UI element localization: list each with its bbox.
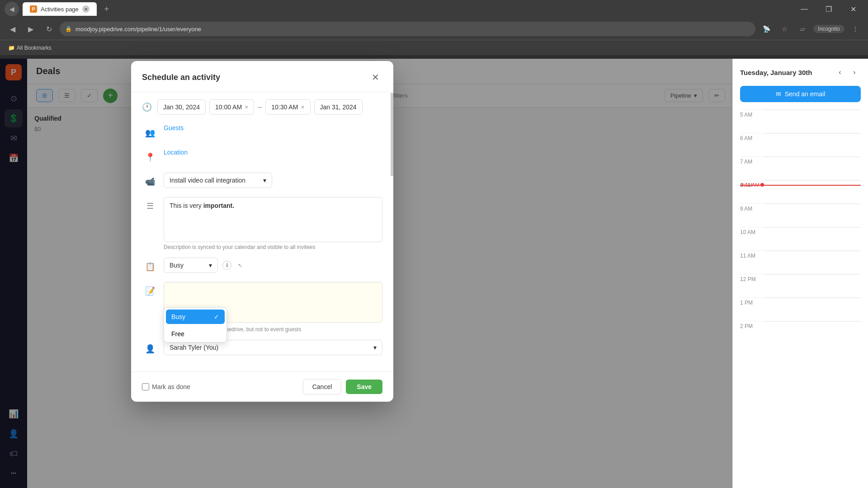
time-slot-1pm: 1 PM (740, 297, 861, 321)
status-chevron-icon: ▾ (209, 262, 212, 269)
guests-icon: 👥 (142, 125, 158, 141)
video-call-row: 📹 Install video call integration ▾ (142, 173, 382, 190)
notes-icon: 📝 (142, 283, 158, 299)
video-call-icon: 📹 (142, 174, 158, 190)
start-date-chip[interactable]: Jan 30, 2024 (157, 99, 206, 115)
close-window-button[interactable]: ✕ (843, 2, 863, 16)
menu-button[interactable]: ⋮ (848, 22, 863, 36)
restore-button[interactable]: ❐ (818, 2, 839, 16)
tab-close-btn[interactable]: ✕ (82, 5, 90, 13)
start-time-clear-btn[interactable]: × (245, 103, 248, 111)
guests-link[interactable]: Guests (164, 124, 184, 131)
video-call-dropdown[interactable]: Install video call integration ▾ (164, 173, 272, 188)
current-time-dot (760, 183, 764, 187)
calendar-prev-btn[interactable]: ‹ (834, 66, 846, 79)
modal-header: Schedule an activity ✕ (131, 61, 393, 92)
guests-row: 👥 Guests (142, 124, 382, 141)
tab-title: Activities page (41, 6, 79, 13)
back-nav-button[interactable]: ◀ (5, 22, 20, 36)
time-slot-10am: 10 AM (740, 227, 861, 250)
time-separator: – (258, 103, 262, 111)
guests-content: Guests (164, 124, 382, 132)
status-value: Busy (170, 262, 184, 269)
end-date-chip[interactable]: Jan 31, 2024 (314, 99, 363, 115)
status-option-busy[interactable]: Busy ✓ (166, 310, 225, 324)
modal-close-button[interactable]: ✕ (368, 70, 382, 84)
mark-as-done-checkbox[interactable]: Mark as done (142, 383, 190, 390)
ssl-lock-icon: 🔒 (65, 26, 72, 32)
bookmarks-folder[interactable]: 📁 All Bookmarks (5, 44, 54, 52)
status-dropdown-btn[interactable]: Busy ▾ (164, 258, 218, 273)
modal-footer: Mark as done Cancel Save (131, 371, 393, 402)
location-icon: 📍 (142, 149, 158, 165)
incognito-badge: Incognito (813, 25, 844, 33)
status-row: 📋 Busy ▾ ℹ ↖ (142, 258, 382, 275)
start-time-chip[interactable]: 10:00 AM × (209, 99, 254, 115)
bookmarks-folder-label: All Bookmarks (17, 45, 52, 51)
location-link[interactable]: Location (164, 149, 188, 156)
cast-button[interactable]: 📡 (759, 22, 774, 36)
time-slot-6am: 6 AM (740, 133, 861, 156)
time-slot-11am: 11 AM (740, 250, 861, 274)
time-slots: 5 AM 6 AM 7 AM 8 AM 8:11 AM 9 (740, 109, 861, 344)
time-slot-7am: 7 AM (740, 156, 861, 180)
time-label-5am: 5 AM (740, 110, 760, 118)
sidebar-panel-button[interactable]: ▱ (795, 22, 810, 36)
forward-nav-button[interactable]: ▶ (24, 22, 38, 36)
mark-done-input[interactable] (142, 383, 149, 390)
time-label-2pm: 2 PM (740, 321, 760, 329)
send-email-icon: ✉ (776, 90, 781, 98)
modal-title: Schedule an activity (142, 73, 220, 82)
end-time-clear-btn[interactable]: × (301, 103, 304, 111)
status-info-icon[interactable]: ℹ (222, 261, 231, 270)
assignee-value: Sarah Tyler (You) (170, 344, 218, 351)
description-row: ☰ This is very important. Description is… (142, 197, 382, 250)
folder-icon: 📁 (8, 45, 15, 51)
time-label-10am: 10 AM (740, 227, 760, 235)
bookmark-button[interactable]: ☆ (777, 22, 792, 36)
video-call-content: Install video call integration ▾ (164, 173, 382, 188)
status-content: Busy ▾ ℹ ↖ (164, 258, 382, 275)
address-bar[interactable]: 🔒 moodjoy.pipedrive.com/pipeline/1/user/… (60, 22, 755, 36)
current-time-label: 8:11 AM (741, 182, 759, 188)
busy-check-icon: ✓ (214, 313, 219, 320)
end-time-chip[interactable]: 10:30 AM × (265, 99, 310, 115)
send-email-button[interactable]: ✉ Send an email (740, 86, 861, 102)
end-date-value: Jan 31, 2024 (320, 103, 357, 111)
cancel-button[interactable]: Cancel (303, 379, 342, 394)
assignee-chevron-icon: ▾ (373, 344, 377, 351)
url-display: moodjoy.pipedrive.com/pipeline/1/user/ev… (75, 26, 750, 33)
time-slot-12pm: 12 PM (740, 274, 861, 297)
calendar-next-btn[interactable]: › (848, 66, 861, 79)
status-busy-label: Busy (171, 313, 185, 320)
start-date-value: Jan 30, 2024 (163, 103, 200, 111)
nav-actions: 📡 ☆ ▱ Incognito ⋮ (759, 22, 863, 36)
minimize-button[interactable]: — (794, 2, 815, 16)
window-controls: — ❐ ✕ (794, 2, 863, 16)
cursor-pointer-indicator: ↖ (238, 262, 243, 269)
status-popup-menu: Busy ✓ Free (164, 307, 227, 343)
description-content: This is very important. Description is s… (164, 197, 382, 250)
time-slot-2pm: 2 PM (740, 321, 861, 344)
save-button[interactable]: Save (346, 380, 382, 394)
reload-button[interactable]: ↻ (42, 22, 56, 36)
description-display: This is very important. (164, 197, 382, 242)
time-label-1pm: 1 PM (740, 298, 760, 306)
description-bold-text: important. (203, 202, 234, 209)
back-btn[interactable]: ◀ (5, 2, 19, 16)
send-email-label: Send an email (785, 90, 826, 98)
bookmarks-bar: 📁 All Bookmarks (0, 40, 868, 55)
end-time-value: 10:30 AM (271, 103, 298, 111)
time-label-11am: 11 AM (740, 251, 760, 259)
video-call-label: Install video call integration (170, 177, 245, 184)
clock-icon: 🕐 (142, 102, 152, 112)
new-tab-button[interactable]: + (100, 3, 113, 15)
browser-tab[interactable]: P Activities page ✕ (23, 2, 97, 16)
status-icon: 📋 (142, 258, 158, 275)
scrollbar-track (391, 92, 393, 371)
status-option-free[interactable]: Free (164, 326, 226, 342)
datetime-row: 🕐 Jan 30, 2024 10:00 AM × – 10:30 AM × J… (142, 99, 382, 115)
modal-overlay[interactable]: Schedule an activity ✕ 🕐 Jan 30, 2024 10… (0, 59, 868, 488)
footer-right: Cancel Save (303, 379, 382, 394)
schedule-activity-modal: Schedule an activity ✕ 🕐 Jan 30, 2024 10… (131, 61, 393, 402)
